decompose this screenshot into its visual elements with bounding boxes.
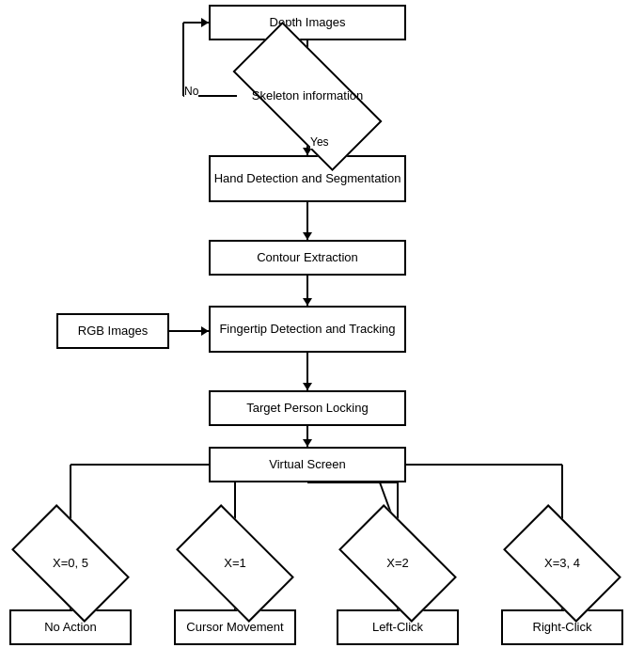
- left-click-label: Left-Click: [372, 620, 423, 636]
- depth-images-box: Depth Images: [209, 5, 406, 40]
- right-click-label: Right-Click: [533, 620, 592, 636]
- x05-diamond: X=0, 5: [19, 531, 122, 595]
- virtual-screen-label: Virtual Screen: [269, 457, 345, 473]
- svg-marker-11: [303, 298, 312, 306]
- svg-marker-13: [201, 326, 209, 336]
- no-action-box: No Action: [9, 609, 132, 645]
- svg-marker-17: [303, 439, 312, 447]
- target-person-box: Target Person Locking: [209, 390, 406, 426]
- x2-label: X=2: [386, 556, 409, 572]
- fingertip-detection-box: Fingertip Detection and Tracking: [209, 306, 406, 353]
- x34-diamond: X=3, 4: [510, 531, 614, 595]
- rgb-images-box: RGB Images: [56, 313, 169, 349]
- hand-detection-label: Hand Detection and Segmentation: [214, 171, 401, 187]
- cursor-movement-label: Cursor Movement: [186, 620, 283, 636]
- rgb-images-label: RGB Images: [78, 324, 148, 340]
- right-click-box: Right-Click: [501, 609, 623, 645]
- yes-label: Yes: [310, 135, 329, 149]
- left-click-box: Left-Click: [337, 609, 459, 645]
- svg-marker-5: [201, 18, 209, 27]
- no-label: No: [184, 85, 198, 98]
- svg-marker-9: [303, 232, 312, 240]
- x2-diamond: X=2: [346, 531, 449, 595]
- skeleton-label: Skeleton information: [252, 88, 364, 104]
- no-action-label: No Action: [44, 620, 97, 636]
- fingertip-detection-label: Fingertip Detection and Tracking: [219, 322, 395, 338]
- x1-diamond: X=1: [183, 531, 287, 595]
- x1-label: X=1: [224, 556, 246, 572]
- x05-label: X=0, 5: [53, 556, 88, 572]
- contour-extraction-label: Contour Extraction: [257, 250, 358, 266]
- skeleton-diamond: Skeleton information: [237, 61, 378, 132]
- target-person-label: Target Person Locking: [246, 401, 368, 417]
- cursor-movement-box: Cursor Movement: [174, 609, 296, 645]
- virtual-screen-box: Virtual Screen: [209, 447, 406, 482]
- x34-label: X=3, 4: [544, 556, 580, 572]
- flowchart: Depth Images Hand Detection and Segmenta…: [0, 0, 644, 648]
- hand-detection-box: Hand Detection and Segmentation: [209, 155, 406, 202]
- svg-marker-15: [303, 383, 312, 390]
- contour-extraction-box: Contour Extraction: [209, 240, 406, 276]
